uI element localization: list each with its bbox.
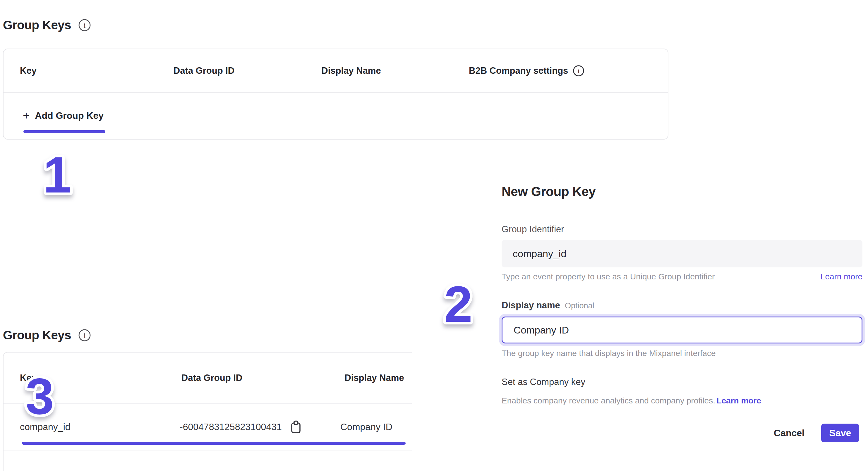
- learn-more-link[interactable]: Learn more: [716, 396, 761, 405]
- step1-highlight-underline: [23, 130, 105, 133]
- column-header-display-name: Display Name: [321, 49, 381, 92]
- svg-text:2: 2: [444, 276, 472, 333]
- display-name-helper: The group key name that displays in the …: [502, 349, 716, 358]
- step-2-badge: 2: [429, 272, 488, 336]
- step3-highlight-underline: [22, 442, 406, 445]
- svg-text:i: i: [84, 21, 86, 30]
- info-icon[interactable]: i: [78, 329, 91, 342]
- plus-icon: +: [23, 110, 30, 121]
- save-button[interactable]: Save: [821, 423, 859, 442]
- display-name-input[interactable]: [502, 317, 862, 343]
- group-keys-table-empty: Key Data Group ID Display Name B2B Compa…: [3, 49, 669, 139]
- info-icon[interactable]: i: [573, 65, 584, 77]
- svg-text:3: 3: [26, 368, 54, 425]
- copy-icon[interactable]: [290, 420, 302, 434]
- step-1-badge: 1: [28, 142, 87, 207]
- column-header-data-group-id: Data Group ID: [174, 49, 235, 92]
- company-key-label: Set as Company key: [502, 377, 585, 387]
- display-name-label: Display name: [502, 300, 560, 311]
- column-header-key: Key: [20, 49, 37, 92]
- svg-text:i: i: [84, 331, 86, 340]
- column-header-display-name: Display Name: [344, 352, 404, 403]
- data-group-id-value: -6004783125823100431: [180, 421, 282, 432]
- svg-text:i: i: [578, 67, 580, 74]
- group-identifier-label: Group Identifier: [502, 224, 564, 234]
- display-name-optional-tag: Optional: [565, 301, 594, 310]
- group-identifier-input[interactable]: [502, 240, 862, 268]
- bottom-section-title: Group Keys i: [3, 328, 91, 342]
- page-title: Group Keys: [3, 328, 71, 342]
- company-key-helper: Enables company revenue analytics and co…: [502, 396, 715, 405]
- cancel-button[interactable]: Cancel: [771, 423, 807, 442]
- column-header-data-group-id: Data Group ID: [181, 352, 242, 403]
- page-title: Group Keys: [3, 18, 71, 32]
- add-group-key-label: Add Group Key: [35, 110, 103, 121]
- column-header-b2b: B2B Company settings i: [469, 49, 584, 92]
- svg-text:1: 1: [43, 146, 71, 203]
- group-identifier-helper: Type an event property to use as a Uniqu…: [502, 272, 715, 281]
- table-divider: [3, 450, 412, 451]
- info-icon[interactable]: i: [78, 19, 91, 32]
- form-title: New Group Key: [502, 184, 595, 199]
- learn-more-link[interactable]: Learn more: [820, 272, 862, 281]
- top-section-title: Group Keys i: [3, 18, 91, 32]
- step-3-badge: 3: [10, 364, 69, 428]
